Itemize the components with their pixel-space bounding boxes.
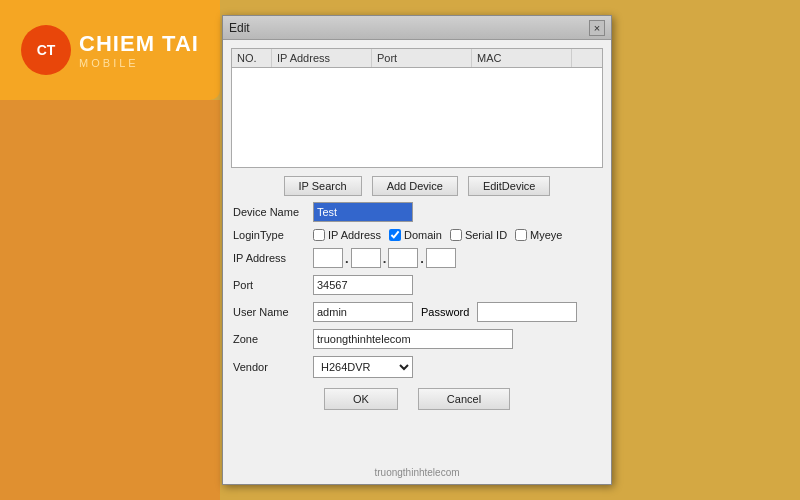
checkbox-ip-address-label: IP Address [328,229,381,241]
dialog-title-bar: Edit × [223,16,611,40]
dialog-title: Edit [229,21,250,35]
login-type-label: LoginType [233,229,313,241]
login-type-options: IP Address Domain Serial ID Myeye [313,229,563,241]
device-table: NO. IP Address Port MAC [231,48,603,168]
vendor-select[interactable]: H264DVR HIKVISION DAHUA Other [313,356,413,378]
checkbox-domain[interactable]: Domain [389,229,442,241]
device-name-input[interactable] [313,202,413,222]
col-extra [572,49,602,67]
password-input[interactable] [477,302,577,322]
password-label: Password [421,306,469,318]
logo-area: CT CHIEM TAI MOBILE [0,0,220,100]
col-port: Port [372,49,472,67]
ip-fields: . . . [313,248,456,268]
logo-initials: CT [37,42,56,58]
ip-search-button[interactable]: IP Search [284,176,362,196]
ip-octet-3[interactable] [388,248,418,268]
device-name-label: Device Name [233,206,313,218]
username-input[interactable] [313,302,413,322]
logo-circle: CT [21,25,71,75]
background-bottom [220,485,613,500]
ip-octet-4[interactable] [426,248,456,268]
brand-sub: MOBILE [79,57,199,69]
add-device-button[interactable]: Add Device [372,176,458,196]
ip-address-label: IP Address [233,252,313,264]
checkbox-domain-input[interactable] [389,229,401,241]
col-ip: IP Address [272,49,372,67]
vendor-row: Vendor H264DVR HIKVISION DAHUA Other [233,356,601,378]
ip-dot-1: . [345,251,349,266]
device-action-buttons: IP Search Add Device EditDevice [231,176,603,196]
brand-name: CHIEM TAI [79,31,199,57]
ip-dot-3: . [420,251,424,266]
username-row: User Name Password [233,302,601,322]
checkbox-serial-id-input[interactable] [450,229,462,241]
checkbox-myeye-input[interactable] [515,229,527,241]
vendor-label: Vendor [233,361,313,373]
checkbox-ip-address[interactable]: IP Address [313,229,381,241]
device-name-row: Device Name [233,202,601,222]
table-body [232,68,602,163]
zone-input[interactable] [313,329,513,349]
checkbox-myeye-label: Myeye [530,229,562,241]
device-form: Device Name LoginType IP Address Domain … [233,202,601,410]
username-label: User Name [233,306,313,318]
ip-dot-2: . [383,251,387,266]
ip-octet-2[interactable] [351,248,381,268]
col-mac: MAC [472,49,572,67]
login-type-row: LoginType IP Address Domain Serial ID My… [233,229,601,241]
ok-button[interactable]: OK [324,388,398,410]
edit-device-button[interactable]: EditDevice [468,176,551,196]
col-no: NO. [232,49,272,67]
background-left [0,100,220,500]
table-header: NO. IP Address Port MAC [232,49,602,68]
port-input[interactable] [313,275,413,295]
ip-octet-1[interactable] [313,248,343,268]
background-right [612,0,800,500]
cancel-button[interactable]: Cancel [418,388,510,410]
port-label: Port [233,279,313,291]
footer-text: truongthinhtelecom [374,467,459,478]
checkbox-domain-label: Domain [404,229,442,241]
logo-text: CHIEM TAI MOBILE [79,31,199,69]
zone-label: Zone [233,333,313,345]
port-row: Port [233,275,601,295]
checkbox-serial-id[interactable]: Serial ID [450,229,507,241]
checkbox-serial-id-label: Serial ID [465,229,507,241]
checkbox-myeye[interactable]: Myeye [515,229,562,241]
ip-address-row: IP Address . . . [233,248,601,268]
dialog-close-button[interactable]: × [589,20,605,36]
checkbox-ip-address-input[interactable] [313,229,325,241]
dialog-footer: truongthinhtelecom [223,467,611,478]
dialog-action-buttons: OK Cancel [233,388,601,410]
zone-row: Zone [233,329,601,349]
edit-dialog: Edit × NO. IP Address Port MAC IP Search… [222,15,612,485]
